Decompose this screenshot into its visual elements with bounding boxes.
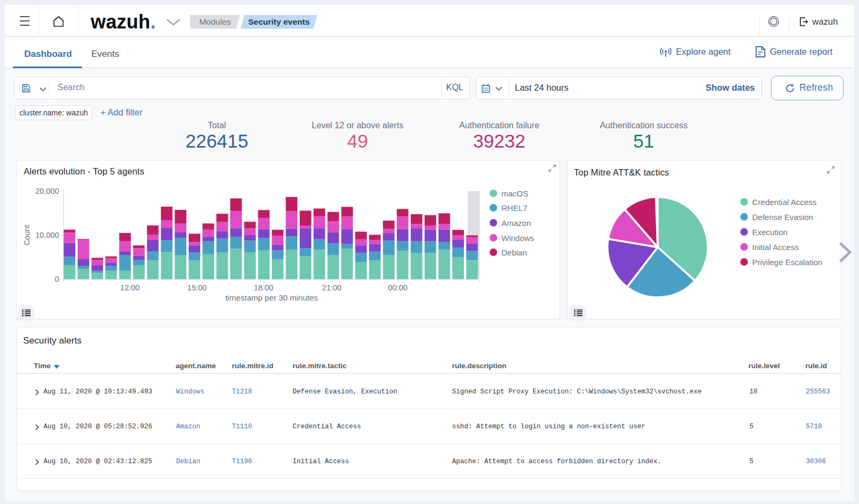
svg-text:20,000: 20,000 bbox=[35, 187, 59, 195]
svg-text:15:00: 15:00 bbox=[187, 283, 207, 292]
svg-text:12:00: 12:00 bbox=[120, 283, 140, 292]
svg-text:00:00: 00:00 bbox=[388, 283, 407, 292]
svg-text:18:00: 18:00 bbox=[254, 283, 273, 292]
svg-text:timestamp per 30 minutes: timestamp per 30 minutes bbox=[225, 293, 318, 302]
svg-text:21:00: 21:00 bbox=[322, 283, 341, 292]
svg-text:Count: Count bbox=[23, 225, 31, 246]
svg-text:10,000: 10,000 bbox=[35, 231, 59, 239]
svg-text:0: 0 bbox=[55, 275, 59, 283]
